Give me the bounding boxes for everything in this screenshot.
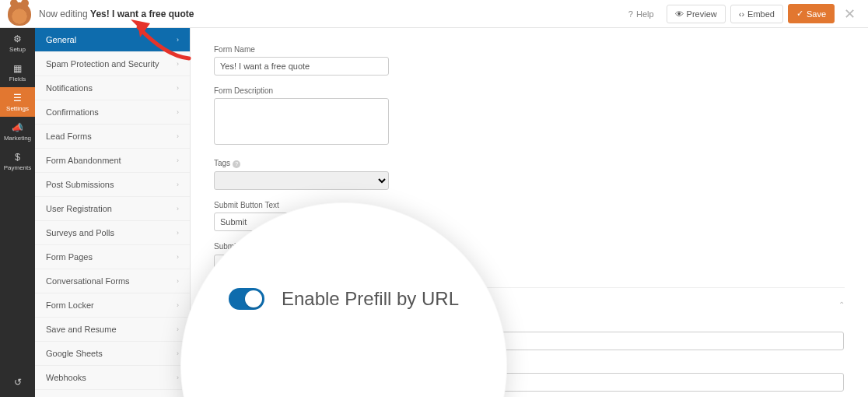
prefill-label: Enable Prefill by URL (282, 288, 459, 310)
nav-settings[interactable]: ☰ Settings (0, 87, 35, 117)
save-button[interactable]: ✓ Save (788, 4, 835, 23)
sidebar-item-spam-protection-and-security[interactable]: Spam Protection and Security› (35, 52, 190, 76)
fields-icon: ▦ (12, 63, 23, 74)
sidebar-item-general[interactable]: General› (35, 28, 190, 52)
chevron-right-icon: › (177, 84, 179, 92)
sidebar-item-label: Notifications (46, 83, 93, 93)
chevron-right-icon: › (177, 229, 179, 237)
help-icon: ? (628, 9, 633, 19)
sidebar-item-label: Spam Protection and Security (46, 59, 159, 69)
nav-payments[interactable]: $ Payments (0, 146, 35, 176)
nav-setup[interactable]: ⚙ Setup (0, 28, 35, 58)
sidebar-item-label: Post Submissions (46, 180, 114, 189)
sidebar-item-webhooks[interactable]: Webhooks› (35, 366, 190, 390)
chevron-right-icon: › (177, 205, 179, 213)
sidebar-item-lead-forms[interactable]: Lead Forms› (35, 125, 190, 149)
sidebar-item-label: General (46, 35, 76, 44)
check-icon: ✓ (796, 9, 803, 19)
sidebar-item-save-and-resume[interactable]: Save and Resume› (35, 318, 190, 342)
now-editing: Now editing Yes! I want a free quote (39, 9, 194, 19)
embed-button[interactable]: ‹› Embed (730, 5, 783, 23)
gear-icon: ⚙ (12, 33, 23, 44)
sidebar-item-label: Confirmations (46, 107, 99, 117)
sidebar-item-label: Surveys and Polls (46, 228, 114, 237)
form-name-input[interactable] (214, 57, 389, 76)
sidebar-item-form-abandonment[interactable]: Form Abandonment› (35, 149, 190, 173)
sidebar-item-label: Save and Resume (46, 325, 117, 334)
nav-fields[interactable]: ▦ Fields (0, 58, 35, 87)
sidebar-item-label: Form Abandonment (46, 156, 121, 165)
chevron-right-icon: › (177, 301, 179, 309)
tags-select[interactable] (214, 171, 389, 190)
chevron-right-icon: › (177, 374, 179, 381)
sidebar-item-label: Google Sheets (46, 349, 103, 358)
chevron-right-icon: › (177, 132, 179, 140)
wpforms-logo (8, 2, 31, 26)
code-icon: ‹› (739, 9, 744, 19)
nav-marketing[interactable]: 📣 Marketing (0, 117, 35, 146)
preview-button[interactable]: 👁 Preview (667, 5, 726, 23)
sliders-icon: ☰ (12, 93, 23, 104)
tags-label: Tags? (214, 159, 845, 168)
chevron-right-icon: › (177, 60, 179, 68)
sidebar-item-form-locker[interactable]: Form Locker› (35, 293, 190, 318)
sidebar-item-label: User Registration (46, 204, 112, 213)
chevron-right-icon: › (177, 181, 179, 188)
chevron-right-icon: › (177, 108, 179, 116)
eye-icon: 👁 (675, 9, 684, 19)
chevron-right-icon: › (177, 325, 179, 333)
sidebar-item-label: Conversational Forms (46, 276, 130, 286)
form-desc-label: Form Description (214, 86, 845, 95)
sidebar-item-user-registration[interactable]: User Registration› (35, 197, 190, 221)
sidebar-item-label: Form Pages (46, 252, 93, 262)
chevron-right-icon: › (177, 350, 179, 357)
bullhorn-icon: 📣 (12, 122, 23, 133)
close-icon[interactable]: ✕ (839, 5, 860, 23)
help-button[interactable]: ? Help (621, 5, 662, 23)
history-icon: ↺ (12, 377, 23, 388)
chevron-right-icon: › (177, 277, 179, 285)
sidebar-item-confirmations[interactable]: Confirmations› (35, 100, 190, 125)
chevron-right-icon: › (177, 156, 179, 164)
form-name-label: Form Name (214, 45, 845, 54)
settings-sidebar: General›Spam Protection and Security›Not… (35, 28, 191, 397)
dollar-icon: $ (12, 152, 23, 163)
sidebar-item-post-submissions[interactable]: Post Submissions› (35, 173, 190, 197)
prefill-toggle[interactable] (229, 288, 264, 310)
main-nav: ⚙ Setup ▦ Fields ☰ Settings 📣 Marketing … (0, 28, 35, 397)
sidebar-item-conversational-forms[interactable]: Conversational Forms› (35, 269, 190, 293)
sidebar-item-notifications[interactable]: Notifications› (35, 76, 190, 100)
chevron-right-icon: › (177, 253, 179, 261)
chevron-right-icon: › (177, 36, 179, 44)
help-icon[interactable]: ? (233, 160, 240, 168)
sidebar-item-form-pages[interactable]: Form Pages› (35, 245, 190, 269)
sidebar-item-label: Form Locker (46, 300, 94, 310)
form-desc-input[interactable] (214, 98, 389, 145)
chevron-up-icon[interactable]: ⌃ (838, 300, 845, 309)
sidebar-item-label: Webhooks (46, 373, 86, 382)
sidebar-item-google-sheets[interactable]: Google Sheets› (35, 342, 190, 366)
sidebar-item-label: Lead Forms (46, 132, 92, 141)
nav-history[interactable]: ↺ (0, 367, 35, 397)
sidebar-item-surveys-and-polls[interactable]: Surveys and Polls› (35, 221, 190, 245)
